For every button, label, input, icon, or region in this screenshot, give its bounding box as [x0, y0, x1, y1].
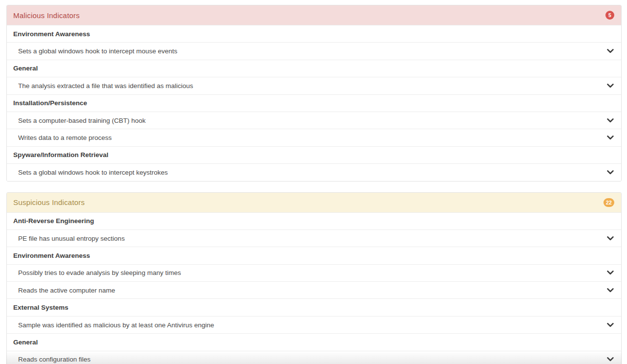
indicator-label: Sample was identified as malicious by at…: [18, 321, 214, 329]
indicators-report: Malicious Indicators 5 Environment Aware…: [6, 5, 622, 364]
category-row: External Systems: [7, 298, 621, 316]
indicator-row[interactable]: Sets a global windows hook to intercept …: [7, 163, 621, 181]
chevron-down-icon[interactable]: [606, 82, 614, 90]
indicator-label: The analysis extracted a file that was i…: [18, 82, 193, 90]
indicator-section-malicious: Malicious Indicators 5 Environment Aware…: [6, 5, 622, 182]
count-badge: 5: [605, 11, 614, 20]
category-row: Environment Awareness: [7, 247, 621, 264]
indicator-label: PE file has unusual entropy sections: [18, 235, 125, 242]
count-badge: 22: [603, 198, 614, 207]
category-label: Environment Awareness: [13, 30, 90, 38]
indicator-row[interactable]: PE file has unusual entropy sections: [7, 229, 621, 247]
section-rows: Environment Awareness Sets a global wind…: [7, 25, 621, 181]
chevron-down-icon[interactable]: [606, 286, 614, 294]
chevron-down-icon[interactable]: [606, 269, 614, 277]
indicator-section-suspicious: Suspicious Indicators 22 Anti-Reverse En…: [6, 192, 622, 364]
category-row: Spyware/Information Retrieval: [7, 146, 621, 163]
category-label: General: [13, 65, 38, 72]
indicator-label: Writes data to a remote process: [18, 134, 112, 141]
indicator-row[interactable]: Reads configuration files: [7, 351, 621, 364]
category-row: General: [7, 333, 621, 350]
indicator-row[interactable]: Possibly tries to evade analysis by slee…: [7, 264, 621, 281]
indicator-label: Reads configuration files: [18, 356, 91, 363]
indicator-row[interactable]: Reads the active computer name: [7, 281, 621, 298]
indicator-label: Reads the active computer name: [18, 287, 115, 294]
category-row: Environment Awareness: [7, 25, 621, 42]
chevron-down-icon[interactable]: [606, 47, 614, 55]
section-title: Malicious Indicators: [13, 11, 80, 20]
category-label: General: [13, 339, 38, 346]
category-label: Installation/Persistence: [13, 99, 87, 107]
chevron-down-icon[interactable]: [606, 356, 614, 364]
category-label: Spyware/Information Retrieval: [13, 151, 108, 159]
indicator-label: Possibly tries to evade analysis by slee…: [18, 269, 181, 276]
indicator-row[interactable]: Writes data to a remote process: [7, 129, 621, 146]
category-label: Environment Awareness: [13, 252, 90, 259]
indicator-row[interactable]: The analysis extracted a file that was i…: [7, 77, 621, 94]
indicator-row[interactable]: Sets a global windows hook to intercept …: [7, 42, 621, 59]
category-label: Anti-Reverse Engineering: [13, 217, 94, 225]
section-header[interactable]: Suspicious Indicators 22: [7, 193, 621, 212]
chevron-down-icon[interactable]: [606, 134, 614, 142]
indicator-label: Sets a global windows hook to intercept …: [18, 47, 177, 55]
category-row: General: [7, 60, 621, 77]
section-rows: Anti-Reverse Engineering PE file has unu…: [7, 212, 621, 364]
chevron-down-icon[interactable]: [606, 168, 614, 176]
category-row: Installation/Persistence: [7, 94, 621, 112]
indicator-row[interactable]: Sample was identified as malicious by at…: [7, 316, 621, 333]
indicator-label: Sets a computer-based training (CBT) hoo…: [18, 117, 145, 124]
chevron-down-icon[interactable]: [606, 321, 614, 329]
chevron-down-icon[interactable]: [606, 116, 614, 124]
chevron-down-icon[interactable]: [606, 234, 614, 242]
indicator-label: Sets a global windows hook to intercept …: [18, 169, 168, 176]
category-row: Anti-Reverse Engineering: [7, 212, 621, 229]
indicator-row[interactable]: Sets a computer-based training (CBT) hoo…: [7, 112, 621, 129]
section-title: Suspicious Indicators: [13, 198, 85, 206]
section-header[interactable]: Malicious Indicators 5: [7, 5, 621, 25]
category-label: External Systems: [13, 304, 69, 311]
